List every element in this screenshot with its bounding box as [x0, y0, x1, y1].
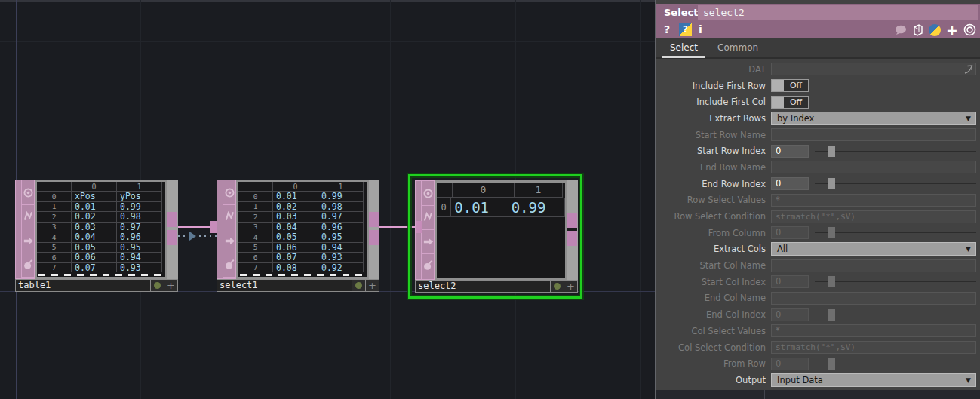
param-label-extract-cols: Extract Cols	[656, 244, 771, 254]
slider-handle[interactable]	[828, 178, 835, 189]
comment-icon[interactable]	[895, 25, 907, 35]
target-icon[interactable]	[963, 23, 976, 36]
param-field-from-column[interactable]: 0	[771, 226, 809, 239]
param-toggle-include-first-row[interactable]: Off	[771, 79, 809, 92]
node-status-box[interactable]	[151, 279, 164, 292]
output-connector[interactable]	[567, 213, 577, 228]
param-field-end-col-index[interactable]: 0	[771, 308, 809, 321]
python-icon[interactable]	[929, 24, 941, 36]
param-label-end-row-index: End Row Index	[656, 179, 771, 189]
arrow-flag-icon[interactable]	[22, 229, 35, 253]
param-field-col-select-condition[interactable]: strmatch("*",$V)	[771, 341, 976, 354]
output-connector[interactable]	[369, 212, 379, 227]
tab-common[interactable]: Common	[713, 42, 763, 53]
param-toggle-include-first-col[interactable]: Off	[771, 96, 809, 109]
param-control-end-col-index: 0	[771, 308, 976, 321]
param-control-row-select-values: *	[771, 194, 976, 207]
node-expand-button[interactable]: +	[366, 279, 379, 292]
slider-handle[interactable]	[828, 227, 835, 238]
table-cell: 0.03	[273, 212, 318, 223]
param-field-end-row-name[interactable]	[771, 161, 976, 173]
output-connector[interactable]	[167, 230, 177, 245]
param-field-start-row-index[interactable]: 0	[771, 145, 809, 158]
chevron-down-icon: ▼	[966, 374, 971, 387]
viewer-flag-icon[interactable]	[223, 180, 236, 205]
bypass-flag-icon[interactable]	[422, 205, 435, 230]
dat-table-viewer[interactable]: 0100.010.99	[437, 183, 565, 278]
slider-handle[interactable]	[828, 146, 835, 157]
viewer-flag-icon[interactable]	[22, 180, 35, 205]
node-name-label[interactable]: table1	[15, 279, 151, 292]
parameter-toolbar: ? ? i +	[656, 22, 980, 38]
param-field-row-select-condition[interactable]: strmatch("*",$V)	[771, 210, 976, 223]
table-row: 30.040.96	[238, 223, 367, 233]
column-header: 1	[117, 182, 162, 192]
output-connector[interactable]	[369, 230, 379, 245]
column-header: 0	[453, 183, 515, 198]
param-slider-from-row[interactable]	[815, 358, 976, 370]
chevron-down-icon: ▼	[966, 112, 971, 125]
copy-icon[interactable]	[912, 24, 923, 36]
node-name-label[interactable]: select1	[217, 279, 352, 292]
dat-reference-arrow-icon[interactable]	[963, 63, 975, 75]
param-slider-from-column[interactable]	[815, 226, 976, 239]
node-name-bar: select2+	[415, 280, 578, 293]
output-connector[interactable]	[167, 212, 177, 227]
param-slider-end-col-index[interactable]	[815, 308, 976, 321]
param-field-start-col-index[interactable]: 0	[771, 275, 809, 288]
param-field-col-select-values[interactable]: *	[771, 324, 976, 337]
tab-select[interactable]: Select	[665, 42, 702, 53]
node-name-label[interactable]: select2	[415, 280, 551, 293]
param-row-extract-cols: Extract ColsAll▼	[656, 241, 980, 258]
node-status-box[interactable]	[352, 279, 366, 292]
bypass-flag-icon[interactable]	[223, 204, 236, 229]
param-dropdown-extract-cols[interactable]: All▼	[771, 242, 976, 256]
add-icon[interactable]: +	[946, 24, 958, 36]
param-dropdown-extract-rows[interactable]: by Index▼	[771, 112, 976, 125]
network-editor[interactable]: 010xPosyPos10.010.9920.020.9830.030.9740…	[0, 0, 655, 399]
param-field-start-col-name[interactable]	[771, 259, 976, 272]
node-status-box[interactable]	[551, 280, 564, 293]
param-field-end-row-index[interactable]: 0	[771, 177, 809, 190]
info-icon[interactable]: i	[699, 23, 702, 36]
slider-handle[interactable]	[828, 276, 835, 287]
operator-name-field[interactable]: select2	[698, 5, 978, 20]
help-icon[interactable]: ?	[664, 23, 670, 36]
node-expand-button[interactable]: +	[564, 280, 578, 293]
bomb-flag-icon[interactable]	[422, 253, 435, 278]
bomb-flag-icon[interactable]	[223, 253, 236, 278]
param-control-from-row: 0	[771, 358, 976, 370]
arrow-flag-icon[interactable]	[223, 229, 236, 253]
arrow-flag-icon[interactable]	[422, 229, 435, 254]
corner-cell	[37, 182, 72, 192]
param-slider-end-row-index[interactable]	[815, 177, 976, 190]
input-connector-select2[interactable]	[416, 221, 422, 233]
param-control-extract-cols: All▼	[771, 242, 976, 256]
node-name-bar: table1+	[15, 279, 178, 292]
param-row-end-col-name: End Col Name	[656, 290, 980, 307]
param-field-row-select-values[interactable]: *	[771, 194, 976, 207]
slider-track-line	[815, 151, 976, 152]
param-slider-start-col-index[interactable]	[815, 275, 976, 288]
slider-handle[interactable]	[828, 309, 835, 321]
param-dropdown-output[interactable]: Input Data▼	[771, 373, 976, 387]
bomb-flag-icon[interactable]	[22, 253, 35, 278]
param-control-dat	[771, 63, 976, 75]
param-field-end-col-name[interactable]	[771, 292, 976, 305]
param-field-start-row-name[interactable]	[771, 128, 976, 141]
input-connector-select1[interactable]	[210, 221, 217, 233]
param-field-from-row[interactable]: 0	[771, 358, 809, 370]
table-cell: yPos	[117, 192, 162, 202]
param-field-dat[interactable]	[771, 63, 976, 75]
node-output-strip	[369, 180, 379, 279]
row-number: 7	[238, 263, 273, 272]
dat-table-viewer[interactable]: 0100.010.9910.020.9820.030.9730.040.9640…	[238, 182, 367, 277]
dat-table-viewer[interactable]: 010xPosyPos10.010.9920.020.9830.030.9740…	[37, 182, 165, 277]
viewer-flag-icon[interactable]	[422, 181, 435, 206]
python-help-icon[interactable]: ?	[679, 23, 692, 36]
slider-handle[interactable]	[828, 358, 835, 370]
param-slider-start-row-index[interactable]	[815, 145, 976, 158]
bypass-flag-icon[interactable]	[22, 204, 35, 229]
output-connector[interactable]	[567, 231, 577, 246]
node-expand-button[interactable]: +	[164, 279, 178, 292]
